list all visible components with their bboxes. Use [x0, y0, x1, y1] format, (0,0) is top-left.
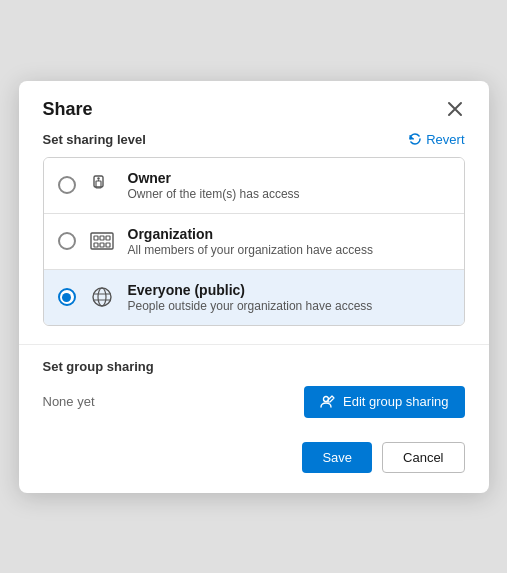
owner-desc: Owner of the item(s) has access: [128, 187, 300, 201]
sharing-level-label: Set sharing level: [43, 132, 146, 147]
radio-owner: [58, 176, 76, 194]
radio-organization: [58, 232, 76, 250]
sharing-level-section: Set sharing level Revert: [19, 132, 489, 326]
svg-rect-9: [100, 243, 104, 247]
close-icon: [447, 101, 463, 117]
section-header: Set sharing level Revert: [43, 132, 465, 147]
svg-rect-7: [106, 236, 110, 240]
public-icon: [88, 283, 116, 311]
group-sharing-label: Set group sharing: [43, 359, 465, 374]
svg-rect-6: [100, 236, 104, 240]
everyone-title: Everyone (public): [128, 282, 373, 298]
svg-rect-10: [106, 243, 110, 247]
cancel-button[interactable]: Cancel: [382, 442, 464, 473]
svg-point-2: [97, 177, 99, 179]
save-button[interactable]: Save: [302, 442, 372, 473]
everyone-option-text: Everyone (public) People outside your or…: [128, 282, 373, 313]
org-title: Organization: [128, 226, 373, 242]
svg-rect-5: [94, 236, 98, 240]
organization-icon: [88, 227, 116, 255]
group-sharing-section: Set group sharing None yet Edit group sh…: [19, 345, 489, 424]
svg-point-11: [93, 288, 111, 306]
group-row: None yet Edit group sharing: [43, 386, 465, 418]
edit-group-icon: [320, 394, 336, 410]
close-button[interactable]: [441, 99, 469, 119]
revert-button[interactable]: Revert: [408, 132, 464, 147]
edit-group-label: Edit group sharing: [343, 394, 449, 409]
none-yet-label: None yet: [43, 394, 95, 409]
svg-rect-8: [94, 243, 98, 247]
option-everyone[interactable]: Everyone (public) People outside your or…: [44, 270, 464, 325]
everyone-desc: People outside your organization have ac…: [128, 299, 373, 313]
revert-label: Revert: [426, 132, 464, 147]
owner-option-text: Owner Owner of the item(s) has access: [128, 170, 300, 201]
org-option-text: Organization All members of your organiz…: [128, 226, 373, 257]
radio-everyone: [58, 288, 76, 306]
dialog-header: Share: [19, 81, 489, 132]
org-desc: All members of your organization have ac…: [128, 243, 373, 257]
option-organization[interactable]: Organization All members of your organiz…: [44, 214, 464, 270]
share-dialog: Share Set sharing level Revert: [19, 81, 489, 493]
dialog-title: Share: [43, 99, 93, 120]
sharing-options-list: Owner Owner of the item(s) has access: [43, 157, 465, 326]
owner-title: Owner: [128, 170, 300, 186]
revert-icon: [408, 132, 422, 146]
option-owner[interactable]: Owner Owner of the item(s) has access: [44, 158, 464, 214]
owner-icon: [88, 171, 116, 199]
svg-point-12: [98, 288, 106, 306]
dialog-footer: Save Cancel: [19, 424, 489, 473]
edit-group-button[interactable]: Edit group sharing: [304, 386, 465, 418]
